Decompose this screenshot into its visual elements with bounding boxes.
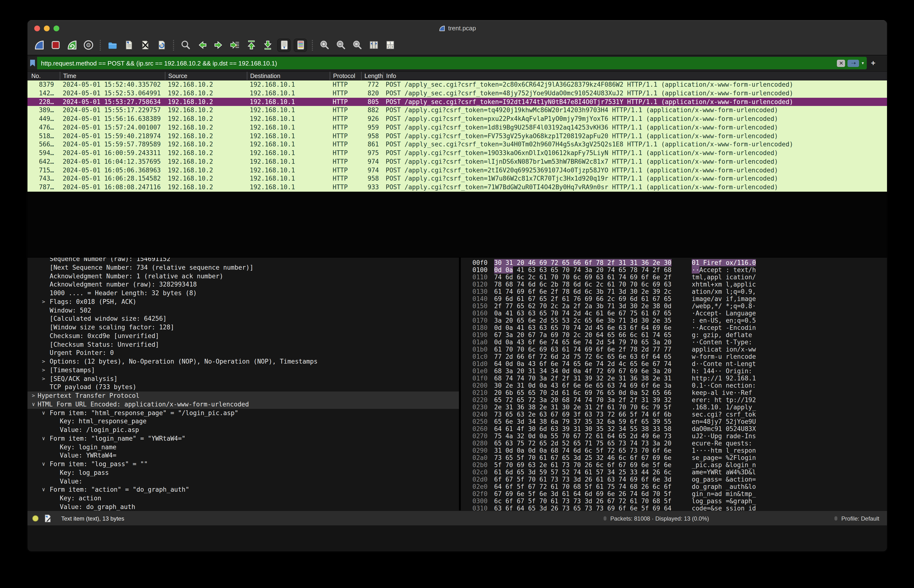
detail-line[interactable]: [Calculated window size: 64256] — [28, 315, 459, 323]
colorize-button[interactable] — [294, 39, 306, 51]
chevron-right-icon[interactable]: > — [42, 366, 45, 375]
hex-bytes[interactable]: 6c 6f 67 5f 70 61 73 73 3d 26 67 72 61 7… — [494, 498, 692, 505]
column-header-protocol[interactable]: Protocol — [330, 72, 361, 80]
hex-bytes[interactable]: 73 65 63 2e 63 67 69 3f 63 73 72 66 5f 7… — [494, 411, 692, 418]
column-header-length[interactable]: Length — [361, 72, 383, 80]
hex-ascii[interactable]: do_graph _auth&lo — [692, 483, 756, 490]
chevron-right-icon[interactable]: > — [42, 375, 45, 383]
hex-row[interactable]: 02e064 6f 5f 67 72 61 70 68 5f 61 75 74 … — [461, 483, 888, 490]
detail-line[interactable]: Key: login_name — [28, 443, 459, 451]
hex-bytes[interactable]: 74 6d 6c 2c 61 70 70 6c 69 63 61 74 69 6… — [494, 273, 692, 281]
detail-line[interactable]: [Checksum Status: Unverified] — [28, 340, 459, 349]
hex-row[interactable]: 012078 68 74 6d 6c 2b 78 6d 6c 2c 61 70 … — [461, 281, 888, 288]
detail-line[interactable]: ∨Form item: "action" = "do_graph_auth" — [28, 486, 459, 494]
hex-ascii[interactable]: code=&se ssion_id — [692, 505, 756, 510]
hex-bytes[interactable]: 65 63 75 72 65 2d 52 65 71 75 65 73 74 7… — [494, 440, 692, 447]
column-header-info[interactable]: Info — [383, 72, 887, 80]
detail-line[interactable]: Key: html_response_page — [28, 417, 459, 426]
detail-line[interactable]: ∨Form item: "log_pass" = "" — [28, 460, 459, 468]
capture-comment-icon[interactable] — [44, 514, 52, 522]
hex-row[interactable]: 028065 63 75 72 65 2d 52 65 71 75 65 73 … — [461, 440, 888, 447]
hex-ascii[interactable]: se_page= %2Flogin — [692, 454, 756, 461]
hex-row[interactable]: 02c061 6d 65 3d 59 57 52 74 61 57 34 25 … — [461, 468, 888, 476]
hex-bytes[interactable]: 30 31 20 46 69 72 65 66 6f 78 2f 31 31 3… — [494, 259, 692, 266]
packet-row[interactable]: 743…2024-05-01 16:06:28.154582192.168.10… — [28, 174, 887, 183]
hex-row[interactable]: 01d064 0d 0a 43 6f 6e 74 65 6e 74 2d 4c … — [461, 360, 888, 367]
hex-ascii[interactable]: sec.cgi? csrf_tok — [692, 411, 756, 418]
zoom-out-button[interactable] — [335, 39, 347, 51]
hex-ascii[interactable]: tml,appl ication/ — [692, 273, 756, 281]
hex-bytes[interactable]: 0a 41 63 63 65 70 74 2d 4c 61 6e 67 75 6… — [494, 310, 692, 317]
hex-row[interactable]: 011074 6d 6c 2c 61 70 70 6c 69 63 61 74 … — [461, 273, 888, 281]
display-filter-field[interactable]: http.request.method == POST && (ip.src =… — [28, 57, 867, 69]
hex-bytes[interactable]: 30 2e 31 0d 0a 43 6f 6e 6e 65 63 74 69 6… — [494, 382, 692, 389]
detail-line[interactable]: Value: — [28, 477, 459, 486]
hex-row[interactable]: 01a00d 0a 43 6f 6e 74 65 6e 74 2d 54 79 … — [461, 339, 888, 346]
hex-row[interactable]: 02302e 31 36 38 2e 31 30 2e 31 2f 61 70 … — [461, 404, 888, 411]
column-header-destination[interactable]: Destination — [247, 72, 330, 80]
hex-bytes[interactable]: 20 6b 65 65 70 2d 61 6c 69 76 65 0d 0a 5… — [494, 389, 692, 396]
column-header-time[interactable]: Time — [60, 72, 165, 80]
detail-line[interactable]: ∨Form item: "html_response_page" = "/log… — [28, 409, 459, 417]
hex-row[interactable]: 013061 74 69 6f 6e 2f 78 6d 6c 3b 71 3d … — [461, 288, 888, 295]
hex-ascii[interactable]: h: 144·· Origin: — [692, 367, 752, 375]
hex-row[interactable]: 01f068 74 74 70 3a 2f 2f 31 39 32 2e 31 … — [461, 375, 888, 382]
packet-row[interactable]: 228…2024-05-01 15:53:27.758634192.168.10… — [28, 97, 887, 106]
hex-ascii[interactable]: .168.10. 1/apply_ — [692, 404, 756, 411]
hex-bytes[interactable]: 61 74 69 6f 6e 2f 78 6d 6c 3b 71 3d 30 2… — [494, 288, 692, 295]
hex-bytes[interactable]: 2e 31 36 38 2e 31 30 2e 31 2f 61 70 70 6… — [494, 404, 692, 411]
hex-row[interactable]: 024073 65 63 2e 63 67 69 3f 63 73 72 66 … — [461, 411, 888, 418]
hex-bytes[interactable]: 64 6f 5f 67 72 61 70 68 5f 61 75 74 68 2… — [494, 483, 692, 490]
hex-row[interactable]: 03006c 6f 67 5f 70 61 73 73 3d 26 67 72 … — [461, 498, 888, 505]
column-header-no[interactable]: No. — [28, 72, 60, 80]
detail-line[interactable]: Value: do_graph_auth — [28, 503, 459, 511]
hex-row[interactable]: 020030 2e 31 0d 0a 43 6f 6e 6e 65 63 74 … — [461, 382, 888, 389]
chevron-down-icon[interactable]: ∨ — [42, 486, 45, 494]
hex-bytes[interactable]: 31 0d 0a 0d 0a 68 74 6d 6c 5f 72 65 73 7… — [494, 447, 692, 454]
zoom-reset-button[interactable] — [351, 39, 363, 51]
detail-line[interactable]: TCP payload (733 bytes) — [28, 383, 459, 392]
packet-row[interactable]: 83792024-05-01 15:52:40.335702192.168.10… — [28, 81, 887, 89]
detail-line[interactable]: Checksum: 0xcd9e [unverified] — [28, 332, 459, 341]
title-bar[interactable]: trent.pcap — [28, 20, 887, 35]
hex-row[interactable]: 026064 61 4f 30 6d 63 39 31 30 35 32 34 … — [461, 425, 888, 433]
hex-ascii[interactable]: log_pass =&graph_ — [692, 498, 756, 505]
capture-options-button[interactable]: ⚙ — [82, 39, 94, 51]
packet-row[interactable]: 566…2024-05-01 15:59:57.789589192.168.10… — [28, 141, 887, 149]
detail-line[interactable]: ∨Form item: "login_name" = "YWRtaW4=" — [28, 435, 459, 443]
detail-line[interactable]: Urgent Pointer: 0 — [28, 349, 459, 357]
go-last-button[interactable] — [261, 39, 274, 51]
display-filter-input[interactable]: http.request.method == POST && (ip.src =… — [37, 57, 834, 69]
hex-bytes[interactable]: 73 65 5f 70 61 67 65 3d 25 32 46 6c 6f 6… — [494, 454, 692, 461]
hex-row[interactable]: 027075 4a 32 0d 0a 55 70 67 72 61 64 65 … — [461, 433, 888, 440]
hex-ascii[interactable]: /webp,*/ *;q=0.8· — [692, 302, 756, 310]
hex-ascii[interactable]: image/av if,image — [692, 295, 756, 302]
packet-row[interactable]: 449…2024-05-01 15:56:16.638389192.168.10… — [28, 115, 887, 123]
file-save-button[interactable] — [122, 39, 135, 51]
hex-ascii[interactable]: w-form-u rlencode — [692, 353, 756, 360]
hex-row[interactable]: 025065 6e 3d 34 38 6a 79 37 35 32 6a 59 … — [461, 418, 888, 425]
file-close-button[interactable] — [139, 39, 151, 51]
column-header-source[interactable]: Source — [165, 72, 247, 80]
hex-bytes[interactable]: 0d 0a 41 63 63 65 70 74 2d 45 6e 63 6f 6… — [494, 324, 692, 331]
hex-ascii[interactable]: 01 Firef ox/116.0 — [692, 259, 756, 266]
hex-row[interactable]: 01c077 2d 66 6f 72 6d 2d 75 72 6c 65 6e … — [461, 353, 888, 360]
hex-row[interactable]: 029031 0d 0a 0d 0a 68 74 6d 6c 5f 72 65 … — [461, 447, 888, 454]
packet-row[interactable]: 715…2024-05-01 16:05:06.368963192.168.10… — [28, 166, 887, 174]
go-first-button[interactable] — [245, 39, 258, 51]
hex-ascii[interactable]: ame=YWRt aW4%3D&l — [692, 468, 756, 476]
detail-line[interactable]: >Options: (12 bytes), No-Operation (NOP)… — [28, 357, 459, 366]
hex-bytes[interactable]: 65 72 65 72 3a 20 68 74 74 70 3a 2f 2f 3… — [494, 396, 692, 404]
hex-ascii[interactable]: 0.1··Con nection: — [692, 382, 756, 389]
auto-scroll-button[interactable] — [278, 39, 290, 51]
packet-row[interactable]: 518…2024-05-01 15:59:40.218974192.168.10… — [28, 132, 887, 141]
hex-bytes[interactable]: 0d 0a 43 6f 6e 74 65 6e 74 2d 54 79 70 6… — [494, 339, 692, 346]
detail-line[interactable]: >[SEQ/ACK analysis] — [28, 375, 459, 383]
detail-line[interactable]: Acknowledgment Number: 1 (relative ack n… — [28, 272, 459, 281]
hex-bytes[interactable]: 64 0d 0a 43 6f 6e 74 65 6e 74 2d 4c 65 6… — [494, 360, 692, 367]
chevron-down-icon[interactable]: ∨ — [32, 400, 35, 409]
hex-ascii[interactable]: applicat ion/x-ww — [692, 346, 756, 353]
hex-ascii[interactable]: keep-al ive··Ref — [692, 389, 752, 396]
chevron-right-icon[interactable]: > — [42, 357, 45, 366]
detail-line[interactable]: >Hypertext Transfer Protocol — [28, 391, 459, 400]
